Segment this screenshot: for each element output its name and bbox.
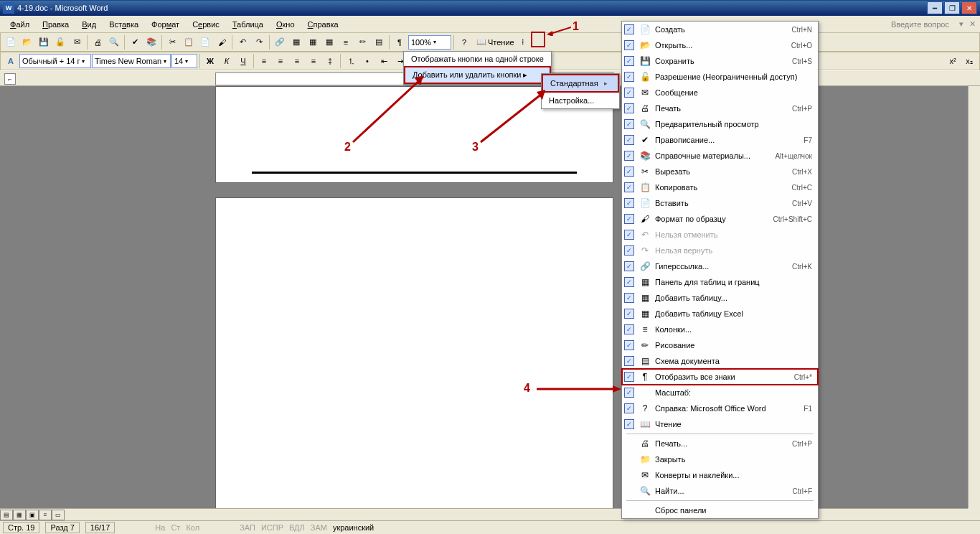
doc-map-button[interactable]: ▤: [371, 34, 387, 50]
doc-close-button[interactable]: ✕: [969, 19, 976, 29]
bold-button[interactable]: Ж: [202, 53, 218, 69]
numbering-button[interactable]: ⒈: [343, 53, 359, 69]
print-view-button[interactable]: ▣: [26, 510, 39, 520]
permission-button[interactable]: 🔓: [52, 34, 68, 50]
save-button[interactable]: 💾: [36, 34, 52, 50]
cmd-item[interactable]: ✓?Справка: Microsoft Office WordF1: [622, 400, 818, 416]
cut-button[interactable]: ✂: [164, 34, 180, 50]
excel-button[interactable]: ▦: [321, 34, 337, 50]
outline-view-button[interactable]: ≡: [39, 510, 52, 520]
drawing-button[interactable]: ✏: [354, 34, 370, 50]
undo-button[interactable]: ↶: [235, 34, 250, 50]
size-combo[interactable]: 14▾: [171, 54, 197, 68]
justify-button[interactable]: ≡: [306, 53, 321, 69]
format-painter-button[interactable]: 🖌: [214, 34, 230, 50]
menu-format[interactable]: Формат: [146, 19, 185, 30]
superscript-button[interactable]: x²: [945, 53, 961, 69]
copy-button[interactable]: 📋: [181, 34, 197, 50]
standard-toolbar-item[interactable]: Стандартная▸: [542, 74, 619, 93]
show-one-row-item[interactable]: Отображать кнопки на одной строке: [404, 52, 551, 66]
cmd-item[interactable]: ✓🖨ПечатьCtrl+P: [622, 100, 818, 116]
new-button[interactable]: 📄: [3, 34, 19, 50]
cmd-item[interactable]: ✓🔗Гиперссылка...Ctrl+K: [622, 258, 818, 274]
mail-button[interactable]: ✉: [69, 34, 85, 50]
cmd-item[interactable]: 📁Закрыть: [622, 451, 818, 467]
cmd-item[interactable]: ✓📄СоздатьCtrl+N: [622, 22, 818, 37]
cmd-item[interactable]: ✓💾СохранитьCtrl+S: [622, 53, 818, 69]
columns-button[interactable]: ≡: [338, 34, 354, 50]
preview-button[interactable]: 🔍: [106, 34, 122, 50]
page-current[interactable]: [215, 197, 613, 508]
cmd-item[interactable]: ✓📚Справочные материалы...Alt+щелчок: [622, 148, 818, 164]
minimize-button[interactable]: ━: [927, 1, 943, 14]
horizontal-scrollbar[interactable]: ▤ ▦ ▣ ≡ ▭: [0, 508, 968, 520]
cmd-item[interactable]: ✓✉Сообщение: [622, 85, 818, 100]
toolbar-options-button[interactable]: ⁞: [519, 34, 527, 50]
normal-view-button[interactable]: ▤: [0, 510, 13, 520]
font-combo[interactable]: Times New Roman▾: [92, 54, 171, 68]
paste-button[interactable]: 📄: [197, 34, 213, 50]
menu-help[interactable]: Справка: [302, 19, 344, 30]
vertical-scrollbar[interactable]: [968, 86, 980, 508]
menu-window[interactable]: Окно: [270, 19, 301, 30]
reading-view-button[interactable]: ▭: [52, 510, 65, 520]
cmd-item[interactable]: ✓🔓Разрешение (Неограниченный доступ): [622, 69, 818, 85]
zoom-combo[interactable]: 100%▾: [408, 35, 451, 50]
cmd-item[interactable]: ✓≡Колонки...: [622, 322, 818, 337]
reading-button[interactable]: 📖 Чтение: [473, 34, 518, 50]
underline-button[interactable]: Ч: [235, 53, 251, 69]
cmd-item[interactable]: ✓▤Схема документа: [622, 353, 818, 369]
close-button[interactable]: ✕: [961, 1, 977, 14]
bullets-button[interactable]: •: [359, 53, 375, 69]
italic-button[interactable]: К: [219, 53, 235, 69]
outdent-button[interactable]: ⇤: [376, 53, 392, 69]
subscript-button[interactable]: x₂: [961, 53, 977, 69]
cmd-item[interactable]: ✓🖌Формат по образцуCtrl+Shift+C: [622, 211, 818, 227]
cmd-item[interactable]: ✓▦Добавить таблицу Excel: [622, 306, 818, 322]
cmd-item[interactable]: ✓↶Нельзя отменить: [622, 227, 818, 243]
spelling-button[interactable]: ✔: [127, 34, 143, 50]
cmd-item[interactable]: ✓📖Чтение: [622, 416, 818, 432]
cmd-item[interactable]: Сброс панели: [622, 502, 818, 518]
menu-tools[interactable]: Сервис: [187, 19, 225, 30]
cmd-item[interactable]: ✓▦Добавить таблицу...: [622, 290, 818, 306]
menu-table[interactable]: Таблица: [227, 19, 269, 30]
cmd-item[interactable]: ✓¶Отобразить все знакиCtrl+*: [622, 369, 818, 385]
cmd-item[interactable]: ✓📂Открыть...Ctrl+O: [622, 37, 818, 53]
open-button[interactable]: 📂: [19, 34, 35, 50]
help-button[interactable]: ?: [456, 34, 472, 50]
help-search[interactable]: Введите вопрос: [891, 20, 955, 29]
cmd-item[interactable]: ✓🔍Предварительный просмотр: [622, 116, 818, 132]
align-left-button[interactable]: ≡: [256, 53, 272, 69]
style-combo[interactable]: Обычный + 14 г▾: [19, 54, 91, 68]
menu-file[interactable]: Файл: [4, 19, 35, 30]
customize-item[interactable]: Настройка...: [542, 93, 619, 108]
menu-insert[interactable]: Вставка: [103, 19, 144, 30]
cmd-item[interactable]: ✓📄ВставитьCtrl+V: [622, 195, 818, 211]
cmd-item[interactable]: ✓▦Панель для таблиц и границ: [622, 274, 818, 290]
maximize-button[interactable]: ❐: [944, 1, 960, 14]
cmd-item[interactable]: ✓✔Правописание...F7: [622, 132, 818, 148]
hyperlink-button[interactable]: 🔗: [272, 34, 288, 50]
cmd-item[interactable]: 🖨Печать...Ctrl+P: [622, 436, 818, 451]
print-button[interactable]: 🖨: [90, 34, 105, 50]
show-marks-button[interactable]: ¶: [392, 34, 407, 50]
cmd-item[interactable]: ✉Конверты и наклейки...: [622, 467, 818, 483]
menu-view[interactable]: Вид: [76, 19, 102, 30]
redo-button[interactable]: ↷: [251, 34, 267, 50]
cmd-item[interactable]: ✓↷Нельзя вернуть: [622, 243, 818, 258]
align-center-button[interactable]: ≡: [273, 53, 288, 69]
insert-table-button[interactable]: ▦: [305, 34, 321, 50]
cmd-item[interactable]: ✓Масштаб:: [622, 385, 818, 400]
cmd-item[interactable]: ✓✂ВырезатьCtrl+X: [622, 164, 818, 179]
line-spacing-button[interactable]: ‡: [322, 53, 338, 69]
tables-borders-button[interactable]: ▦: [288, 34, 304, 50]
menu-edit[interactable]: Правка: [37, 19, 75, 30]
web-view-button[interactable]: ▦: [13, 510, 26, 520]
cmd-item[interactable]: ✓📋КопироватьCtrl+C: [622, 179, 818, 195]
styles-pane-button[interactable]: A: [3, 53, 19, 69]
tab-selector[interactable]: ⌐: [4, 73, 16, 85]
research-button[interactable]: 📚: [143, 34, 159, 50]
cmd-item[interactable]: 🔍Найти...Ctrl+F: [622, 483, 818, 499]
cmd-item[interactable]: ✓✏Рисование: [622, 337, 818, 353]
